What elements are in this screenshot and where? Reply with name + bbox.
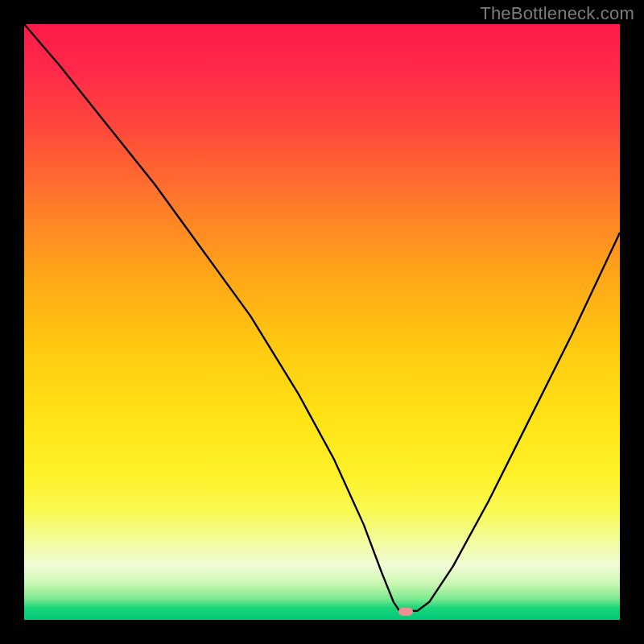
watermark-text: TheBottleneck.com	[480, 3, 634, 24]
chart-frame: TheBottleneck.com	[0, 0, 644, 644]
bottleneck-gradient-bg	[24, 24, 620, 620]
optimal-marker	[398, 608, 413, 616]
plot-area	[24, 24, 620, 620]
